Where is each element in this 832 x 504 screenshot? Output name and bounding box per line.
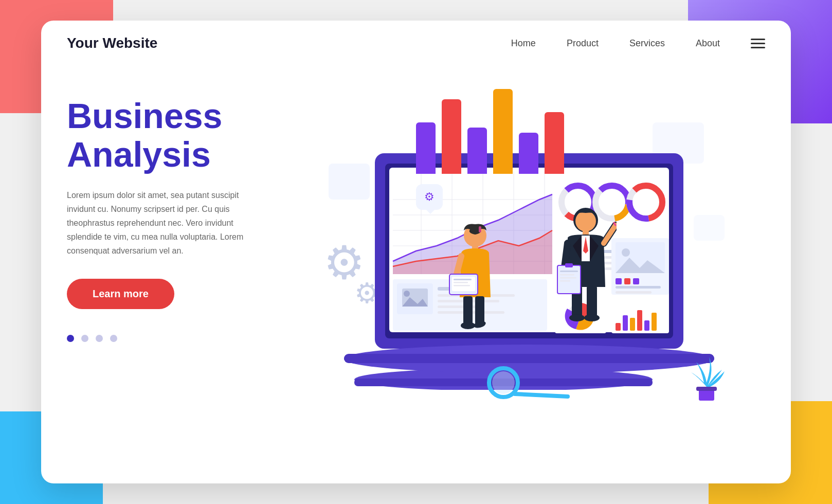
bar-4 (493, 89, 513, 174)
hamburger-menu[interactable] (751, 39, 765, 48)
carousel-dots (67, 335, 283, 342)
bar-group-2 (442, 99, 461, 174)
svg-rect-41 (630, 318, 635, 331)
svg-rect-63 (616, 286, 661, 289)
female-character (447, 220, 503, 340)
bar-2 (442, 99, 461, 174)
hero-illustration: ⚙ ⚙ ⚙ ⚙ (283, 76, 765, 477)
svg-rect-75 (454, 282, 468, 283)
dot-1[interactable] (67, 335, 74, 342)
hamburger-line-1 (751, 39, 765, 40)
nav-logo: Your Website (67, 35, 511, 51)
dot-3[interactable] (96, 335, 103, 342)
svg-line-97 (515, 394, 568, 397)
svg-rect-85 (587, 286, 597, 317)
svg-rect-40 (623, 315, 628, 331)
magnifier-icon (478, 365, 570, 403)
nav-links: Home Product Services About (511, 38, 720, 49)
svg-rect-69 (475, 296, 484, 325)
laptop-container: ⚙ ⚙ ⚙ ⚙ (313, 71, 735, 431)
hero-description: Lorem ipsum dolor sit amet, sea putant s… (67, 188, 262, 258)
nav-home[interactable]: Home (511, 38, 536, 49)
svg-rect-74 (454, 279, 472, 280)
svg-rect-62 (633, 278, 639, 284)
svg-rect-94 (560, 280, 570, 282)
bar-6 (545, 112, 564, 174)
svg-point-78 (575, 211, 596, 231)
svg-rect-61 (624, 278, 630, 284)
dot-2[interactable] (81, 335, 88, 342)
svg-rect-64 (616, 291, 652, 294)
svg-point-86 (569, 314, 585, 321)
hero-section: Business Analysis Lorem ipsum dolor sit … (41, 66, 791, 477)
svg-rect-92 (560, 274, 574, 276)
svg-rect-91 (560, 271, 578, 272)
main-card: Your Website Home Product Services About… (41, 21, 791, 483)
svg-rect-44 (652, 313, 657, 331)
navbar: Your Website Home Product Services About (41, 21, 791, 66)
bar-group-6 (545, 112, 564, 174)
svg-point-58 (622, 248, 630, 257)
svg-rect-43 (644, 320, 649, 331)
bar-1 (416, 122, 436, 174)
hamburger-line-2 (751, 43, 765, 44)
bar-group-5 (519, 133, 538, 174)
dot-4[interactable] (110, 335, 117, 342)
plant-decoration (683, 352, 730, 405)
bar-group-3 (467, 128, 487, 174)
svg-rect-4 (344, 354, 714, 363)
nav-services[interactable]: Services (629, 38, 665, 49)
svg-rect-90 (565, 263, 573, 267)
svg-rect-76 (454, 285, 470, 286)
hero-title: Business Analysis (67, 97, 283, 174)
learn-more-button[interactable]: Learn more (67, 279, 174, 309)
svg-rect-89 (557, 265, 581, 294)
hero-left: Business Analysis Lorem ipsum dolor sit … (67, 76, 283, 477)
svg-point-70 (461, 322, 475, 329)
speech-bubble: ⚙ (416, 184, 443, 210)
bar-3 (467, 128, 487, 174)
svg-rect-42 (637, 310, 642, 331)
svg-rect-68 (463, 296, 473, 325)
bar-chart (416, 81, 673, 174)
bar-group-1 (416, 122, 436, 174)
svg-rect-99 (696, 387, 717, 391)
bar-5 (519, 133, 538, 174)
hamburger-line-3 (751, 47, 765, 48)
svg-point-48 (404, 291, 410, 297)
svg-rect-93 (560, 277, 576, 279)
nav-about[interactable]: About (696, 38, 720, 49)
male-character (555, 205, 617, 335)
bar-group-4 (493, 89, 513, 174)
nav-product[interactable]: Product (567, 38, 599, 49)
svg-point-87 (584, 314, 600, 321)
svg-rect-66 (479, 226, 481, 232)
laptop-svg (344, 148, 714, 390)
svg-point-96 (492, 371, 515, 394)
